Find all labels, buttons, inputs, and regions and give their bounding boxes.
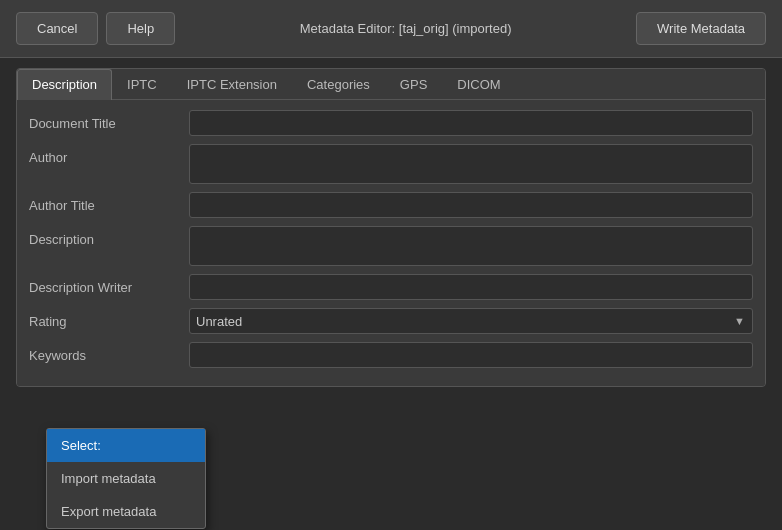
document-title-label: Document Title [29, 110, 189, 131]
description-input[interactable] [189, 226, 753, 266]
author-title-label: Author Title [29, 192, 189, 213]
help-button[interactable]: Help [106, 12, 175, 45]
keywords-label: Keywords [29, 342, 189, 363]
dropdown-item-select[interactable]: Select: [47, 429, 205, 462]
tab-dicom[interactable]: DICOM [442, 69, 515, 99]
description-writer-input[interactable] [189, 274, 753, 300]
author-title-row: Author Title [29, 192, 753, 218]
author-title-input[interactable] [189, 192, 753, 218]
top-bar: Cancel Help Metadata Editor: [taj_orig] … [0, 0, 782, 58]
author-row: Author [29, 144, 753, 184]
description-label: Description [29, 226, 189, 247]
rating-label: Rating [29, 314, 189, 329]
document-title-input[interactable] [189, 110, 753, 136]
rating-select[interactable]: Unrated 1 2 3 4 5 [189, 308, 753, 334]
keywords-row: Keywords [29, 342, 753, 368]
tab-categories[interactable]: Categories [292, 69, 385, 99]
dropdown-menu: Select: Import metadata Export metadata [46, 428, 206, 529]
rating-row: Rating Unrated 1 2 3 4 5 ▼ [29, 308, 753, 334]
rating-select-wrapper: Unrated 1 2 3 4 5 ▼ [189, 308, 753, 334]
description-writer-row: Description Writer [29, 274, 753, 300]
dropdown-item-export[interactable]: Export metadata [47, 495, 205, 528]
tab-gps[interactable]: GPS [385, 69, 442, 99]
document-title-row: Document Title [29, 110, 753, 136]
dropdown-item-import[interactable]: Import metadata [47, 462, 205, 495]
write-metadata-button[interactable]: Write Metadata [636, 12, 766, 45]
form-area: Document Title Author Author Title Descr… [17, 100, 765, 386]
description-writer-label: Description Writer [29, 274, 189, 295]
tab-description[interactable]: Description [17, 69, 112, 100]
main-container: Description IPTC IPTC Extension Categori… [16, 68, 766, 387]
author-label: Author [29, 144, 189, 165]
tab-iptc[interactable]: IPTC [112, 69, 172, 99]
description-row: Description [29, 226, 753, 266]
tab-iptc-extension[interactable]: IPTC Extension [172, 69, 292, 99]
keywords-input[interactable] [189, 342, 753, 368]
window-title: Metadata Editor: [taj_orig] (imported) [183, 21, 628, 36]
cancel-button[interactable]: Cancel [16, 12, 98, 45]
tab-bar: Description IPTC IPTC Extension Categori… [17, 69, 765, 100]
author-input[interactable] [189, 144, 753, 184]
